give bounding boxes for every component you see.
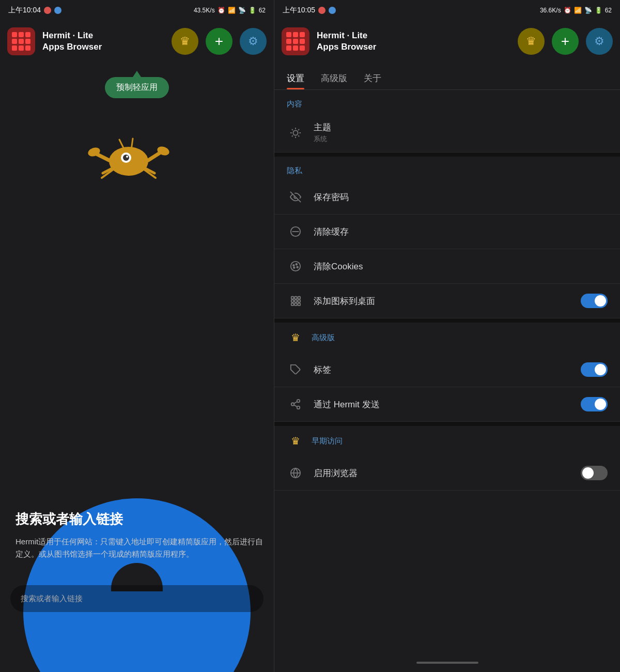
left-crown-icon: ♛ <box>180 35 190 48</box>
settings-item-share-hermit[interactable]: 通过 Hermit 发送 <box>274 387 620 422</box>
right-crown-button[interactable]: ♛ <box>518 28 545 55</box>
add-to-desktop-icon <box>287 292 304 310</box>
settings-item-add-to-desktop[interactable]: 添加图标到桌面 <box>274 284 620 318</box>
right-app-icon[interactable] <box>282 27 309 55</box>
tags-icon <box>287 361 304 378</box>
right-wifi-icon: 📡 <box>584 7 592 14</box>
section-header-early-access: ♛ 早期访问 <box>274 426 620 456</box>
enable-browser-toggle-container <box>581 466 608 480</box>
tab-advanced[interactable]: 高级版 <box>321 72 347 89</box>
svg-line-4 <box>97 154 109 160</box>
settings-item-enable-browser[interactable]: 启用浏览器 <box>274 456 620 491</box>
crab-svg <box>87 124 170 186</box>
browser-icon <box>287 464 304 482</box>
theme-title: 主题 <box>314 121 608 133</box>
left-add-button[interactable]: + <box>206 28 233 55</box>
left-settings-button[interactable]: ⚙ <box>240 28 267 55</box>
tags-content: 标签 <box>314 364 571 376</box>
svg-point-34 <box>291 403 295 406</box>
save-password-content: 保存密码 <box>314 191 608 203</box>
add-to-desktop-toggle[interactable] <box>581 294 608 308</box>
right-bottom-nav <box>274 653 620 672</box>
save-password-title: 保存密码 <box>314 191 608 203</box>
enable-browser-toggle-thumb <box>582 467 594 479</box>
right-plus-icon: + <box>561 33 569 50</box>
svg-rect-23 <box>291 297 294 299</box>
wifi-icon: 📡 <box>238 7 246 14</box>
left-heading: 搜索或者输入链接 <box>16 511 264 528</box>
tags-toggle-container <box>581 362 608 377</box>
enable-browser-content: 启用浏览器 <box>314 467 571 479</box>
left-status-icons: 43.5K/s ⏰ 📶 📡 🔋 62 <box>194 7 266 14</box>
signal-icon: 📶 <box>228 7 236 14</box>
right-nav-indicator <box>416 662 478 664</box>
svg-point-3 <box>126 156 128 158</box>
clear-cookies-title: 清除Cookies <box>314 261 608 272</box>
enable-browser-toggle[interactable] <box>581 466 608 480</box>
tab-settings[interactable]: 设置 <box>287 72 304 89</box>
share-hermit-toggle[interactable] <box>581 397 608 411</box>
right-gear-icon: ⚙ <box>594 35 605 48</box>
svg-point-2 <box>123 155 129 161</box>
svg-rect-28 <box>298 300 301 302</box>
divider-1 <box>274 152 620 157</box>
svg-rect-27 <box>295 300 297 302</box>
right-crown-icon: ♛ <box>526 35 536 48</box>
settings-item-save-password[interactable]: 保存密码 <box>274 180 620 215</box>
right-signal-icon: 📶 <box>574 7 582 14</box>
svg-point-21 <box>297 266 298 268</box>
right-status-bar: 上午10:05 36.6K/s ⏰ 📶 📡 🔋 62 <box>274 0 620 21</box>
right-add-button[interactable]: + <box>552 28 579 55</box>
svg-rect-26 <box>291 300 294 302</box>
svg-point-14 <box>293 130 298 135</box>
crab-image <box>87 124 170 186</box>
left-app-icon[interactable] <box>7 27 35 55</box>
left-app-title-line2: Apps Browser <box>42 41 164 53</box>
left-app-header: Hermit · Lite Apps Browser ♛ + ⚙ <box>0 21 274 62</box>
right-battery-level: 62 <box>605 7 612 14</box>
theme-content: 主题 系统 <box>314 121 608 144</box>
left-app-title: Hermit · Lite Apps Browser <box>42 30 164 53</box>
svg-point-35 <box>297 406 300 409</box>
add-to-desktop-toggle-thumb <box>595 295 606 307</box>
clear-cache-content: 清除缓存 <box>314 226 608 238</box>
right-app-title-line2: Apps Browser <box>317 41 510 53</box>
settings-item-clear-cache[interactable]: 清除缓存 <box>274 215 620 249</box>
left-panel: 上午10:04 43.5K/s ⏰ 📶 📡 🔋 62 <box>0 0 274 672</box>
right-app-title: Hermit · Lite Apps Browser <box>317 30 510 53</box>
left-body: Hermit适用于任何网站：只需键入地址即可创建精简版应用，然后进行自定义。或从… <box>16 536 264 560</box>
battery-icon: 🔋 <box>249 7 256 14</box>
right-settings-button[interactable]: ⚙ <box>586 28 613 55</box>
settings-list: 内容 主题 系统 隐私 <box>274 90 620 653</box>
left-crown-button[interactable]: ♛ <box>172 28 198 55</box>
right-status-icons: 36.6K/s ⏰ 📶 📡 🔋 62 <box>540 7 612 14</box>
left-app-title-line1: Hermit · Lite <box>42 30 164 41</box>
clear-cache-title: 清除缓存 <box>314 226 608 238</box>
svg-line-6 <box>148 153 160 160</box>
section-header-premium: ♛ 高级版 <box>274 323 620 353</box>
share-hermit-title: 通过 Hermit 发送 <box>314 399 571 410</box>
enable-browser-title: 启用浏览器 <box>314 467 571 479</box>
svg-line-36 <box>294 405 297 407</box>
divider-2 <box>274 318 620 323</box>
settings-item-tags[interactable]: 标签 <box>274 353 620 387</box>
svg-rect-30 <box>295 303 297 306</box>
settings-item-clear-cookies[interactable]: 清除Cookies <box>274 249 620 284</box>
tooltip-bubble: 预制轻应用 <box>105 77 169 98</box>
add-to-desktop-title: 添加图标到桌面 <box>314 295 571 307</box>
left-search-bar[interactable]: 搜索或者输入链接 <box>10 585 264 612</box>
svg-rect-31 <box>298 303 301 306</box>
early-access-section-label: 早期访问 <box>312 436 343 446</box>
right-battery-icon: 🔋 <box>595 7 602 14</box>
early-access-crown-icon: ♛ <box>287 432 304 450</box>
theme-icon <box>287 124 304 142</box>
tags-toggle[interactable] <box>581 362 608 377</box>
theme-subtitle: 系统 <box>314 134 608 144</box>
tab-about[interactable]: 关于 <box>364 72 381 89</box>
add-to-desktop-content: 添加图标到桌面 <box>314 295 571 307</box>
settings-item-theme[interactable]: 主题 系统 <box>274 113 620 152</box>
premium-crown-icon: ♛ <box>287 329 304 346</box>
left-gear-icon: ⚙ <box>248 35 258 48</box>
left-status-dot-red <box>44 7 51 14</box>
svg-line-37 <box>294 402 297 404</box>
